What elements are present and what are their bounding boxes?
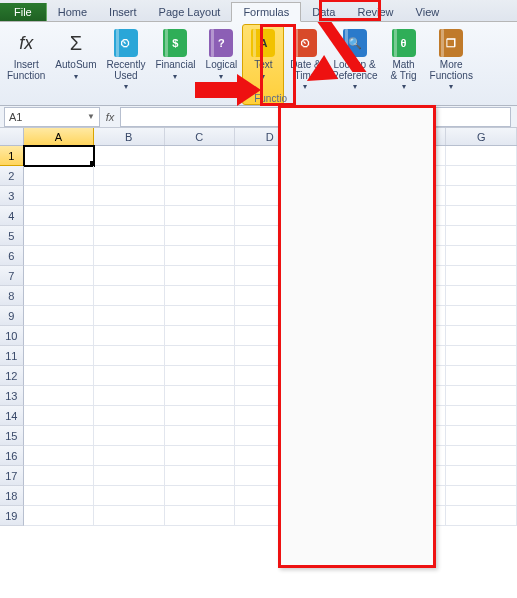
menu-item-mid[interactable]: MID	[282, 351, 431, 371]
cell-A2[interactable]	[24, 166, 94, 186]
cell-B11[interactable]	[94, 346, 164, 366]
col-header-C[interactable]: C	[165, 128, 235, 145]
cell-A9[interactable]	[24, 306, 94, 326]
col-header-G[interactable]: G	[446, 128, 516, 145]
tab-home[interactable]: Home	[47, 3, 98, 21]
cell-C1[interactable]	[165, 146, 235, 166]
cell-A18[interactable]	[24, 486, 94, 506]
tab-page-layout[interactable]: Page Layout	[148, 3, 232, 21]
cell-C2[interactable]	[165, 166, 235, 186]
row-header-3[interactable]: 3	[0, 186, 24, 206]
cell-C15[interactable]	[165, 426, 235, 446]
cell-C10[interactable]	[165, 326, 235, 346]
cell-A10[interactable]	[24, 326, 94, 346]
cell-A13[interactable]	[24, 386, 94, 406]
cell-B14[interactable]	[94, 406, 164, 426]
cell-G5[interactable]	[446, 226, 516, 246]
row-header-17[interactable]: 17	[0, 466, 24, 486]
cell-G9[interactable]	[446, 306, 516, 326]
cell-A7[interactable]	[24, 266, 94, 286]
financial-button[interactable]: $ Financial ▾	[150, 24, 200, 105]
cell-C3[interactable]	[165, 186, 235, 206]
menu-item-bahttext[interactable]: BAHTTEXT	[282, 111, 431, 131]
tab-data[interactable]: Data	[301, 3, 346, 21]
cell-B4[interactable]	[94, 206, 164, 226]
cell-C16[interactable]	[165, 446, 235, 466]
row-header-11[interactable]: 11	[0, 346, 24, 366]
cell-G8[interactable]	[446, 286, 516, 306]
recently-used-button[interactable]: ⏲ Recently Used ▾	[102, 24, 151, 105]
cell-G6[interactable]	[446, 246, 516, 266]
cell-C11[interactable]	[165, 346, 235, 366]
cell-G2[interactable]	[446, 166, 516, 186]
scroll-down-icon[interactable]: ▼	[416, 478, 430, 492]
cell-C14[interactable]	[165, 406, 235, 426]
cell-G17[interactable]	[446, 466, 516, 486]
cell-B3[interactable]	[94, 186, 164, 206]
col-header-B[interactable]: B	[94, 128, 164, 145]
cell-G14[interactable]	[446, 406, 516, 426]
menu-item-clean[interactable]: CLEAN	[282, 151, 431, 171]
cell-G19[interactable]	[446, 506, 516, 526]
insert-function-button[interactable]: fx Insert Function	[2, 24, 50, 105]
cell-A4[interactable]	[24, 206, 94, 226]
row-header-18[interactable]: 18	[0, 486, 24, 506]
menu-item-fixed[interactable]: FIXED	[282, 271, 431, 291]
menu-scrollbar[interactable]: ▲ ▼	[414, 110, 430, 492]
menu-item-char[interactable]: CHAR	[282, 131, 431, 151]
cell-B7[interactable]	[94, 266, 164, 286]
cell-A5[interactable]	[24, 226, 94, 246]
menu-item-substitute[interactable]: SUBSTITUTE	[282, 471, 431, 491]
row-header-5[interactable]: 5	[0, 226, 24, 246]
cell-C17[interactable]	[165, 466, 235, 486]
date-time-button[interactable]: ⏲ Date & Time ▾	[284, 24, 326, 105]
row-header-19[interactable]: 19	[0, 506, 24, 526]
menu-item-proper[interactable]: PROPER	[282, 371, 431, 391]
col-header-A[interactable]: A	[24, 128, 94, 145]
row-header-10[interactable]: 10	[0, 326, 24, 346]
cell-B17[interactable]	[94, 466, 164, 486]
cell-B16[interactable]	[94, 446, 164, 466]
tab-review[interactable]: Review	[346, 3, 404, 21]
cell-G4[interactable]	[446, 206, 516, 226]
cell-G18[interactable]	[446, 486, 516, 506]
row-header-7[interactable]: 7	[0, 266, 24, 286]
menu-item-exact[interactable]: EXACT	[282, 231, 431, 251]
math-trig-button[interactable]: θ Math & Trig ▾	[383, 24, 425, 105]
cell-B5[interactable]	[94, 226, 164, 246]
cell-G13[interactable]	[446, 386, 516, 406]
cell-A12[interactable]	[24, 366, 94, 386]
menu-item-find[interactable]: FIND	[282, 251, 431, 271]
tab-formulas[interactable]: Formulas	[231, 2, 301, 22]
tab-view[interactable]: View	[405, 3, 451, 21]
cell-B9[interactable]	[94, 306, 164, 326]
row-header-6[interactable]: 6	[0, 246, 24, 266]
chevron-down-icon[interactable]: ▼	[87, 112, 95, 121]
cell-C18[interactable]	[165, 486, 235, 506]
cell-A11[interactable]	[24, 346, 94, 366]
cell-C12[interactable]	[165, 366, 235, 386]
cell-B12[interactable]	[94, 366, 164, 386]
menu-item-len[interactable]: LEN	[282, 311, 431, 331]
logical-button[interactable]: ? Logical ▾	[200, 24, 242, 105]
menu-item-dollar[interactable]: DOLLAR	[282, 211, 431, 231]
cell-A16[interactable]	[24, 446, 94, 466]
cell-C6[interactable]	[165, 246, 235, 266]
cell-G10[interactable]	[446, 326, 516, 346]
scroll-thumb[interactable]	[416, 125, 430, 179]
file-tab[interactable]: File	[0, 3, 47, 21]
cell-B1[interactable]	[94, 146, 164, 166]
cell-A6[interactable]	[24, 246, 94, 266]
cell-G1[interactable]	[446, 146, 516, 166]
tab-insert[interactable]: Insert	[98, 3, 148, 21]
cell-B10[interactable]	[94, 326, 164, 346]
cell-B8[interactable]	[94, 286, 164, 306]
cell-C19[interactable]	[165, 506, 235, 526]
menu-item-replace[interactable]: REPLACE	[282, 391, 431, 411]
row-header-14[interactable]: 14	[0, 406, 24, 426]
cell-A14[interactable]	[24, 406, 94, 426]
autosum-button[interactable]: Σ AutoSum ▾	[50, 24, 101, 105]
row-header-9[interactable]: 9	[0, 306, 24, 326]
more-functions-button[interactable]: ❐ More Functions ▾	[425, 24, 478, 105]
cell-C7[interactable]	[165, 266, 235, 286]
